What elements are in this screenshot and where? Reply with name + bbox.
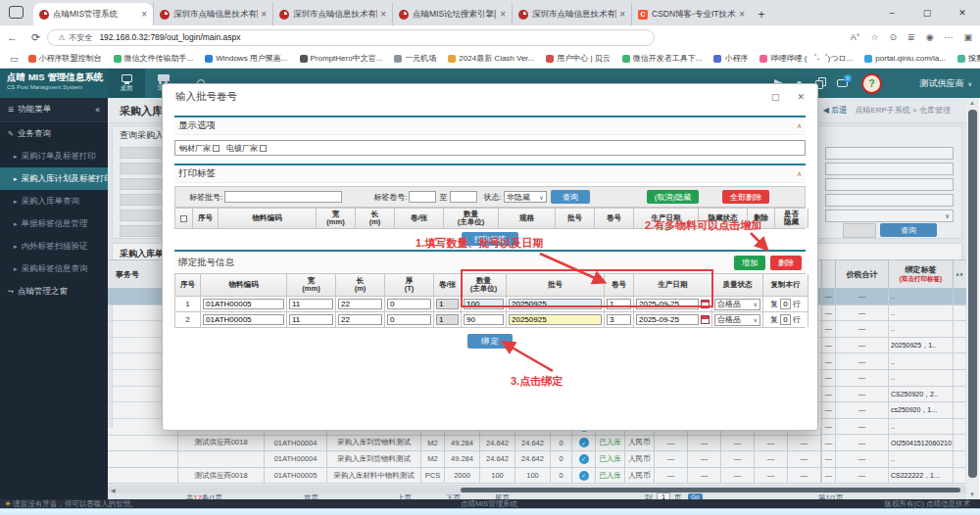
addressbar-icon[interactable]: ◉ <box>926 32 934 42</box>
refresh-icon[interactable]: ⟳ <box>31 31 40 44</box>
modal-titlebar[interactable]: 输入批号卷号 ▢ ✕ <box>163 84 817 110</box>
tab-close-icon[interactable]: × <box>380 9 386 20</box>
add-row-button[interactable]: 增加 <box>734 256 765 270</box>
collapse-icon[interactable]: ∧ <box>797 170 802 178</box>
sidebar-item[interactable]: ▸采购入库计划及标签打印 <box>0 167 108 190</box>
scroll-up-icon[interactable]: ▲ <box>969 100 975 106</box>
window-maximize-button[interactable]: ▢ <box>909 0 945 25</box>
sidebar-menu-header[interactable]: ☰ 功能菜单 « <box>0 98 108 122</box>
tab-close-icon[interactable]: × <box>261 9 267 20</box>
url-bar[interactable]: ⚠ 不安全 192.168.0.32:789/out_login/main.as… <box>47 29 655 46</box>
roll-input[interactable] <box>436 314 459 325</box>
bookmark-item[interactable]: 2024最新 Clash Ver... <box>448 53 534 64</box>
sidebar-item[interactable]: ↪点晴管理之窗 <box>0 280 108 303</box>
sidebar-collapse-icon[interactable]: « <box>95 105 100 115</box>
bookmarks-overflow-icon[interactable]: › <box>971 53 974 64</box>
steel-vendor-checkbox[interactable] <box>213 145 220 152</box>
length-input[interactable] <box>338 299 382 309</box>
browser-tab[interactable]: 深圳市点晴信息技术有限公司点晴× <box>153 3 272 25</box>
url-text[interactable]: 192.168.0.32:789/out_login/main.aspx <box>99 32 240 42</box>
browser-tab[interactable]: CCSDN博客-专业IT技术发表平台× <box>631 3 751 25</box>
label-roll-to-input[interactable] <box>450 191 477 203</box>
bookmark-item[interactable]: PromptHero中文官... <box>300 53 383 64</box>
tab-close-icon[interactable]: × <box>739 9 745 20</box>
quality-select[interactable]: 合格品∨ <box>714 299 760 310</box>
bookmarks-panel-icon[interactable]: ▭ <box>10 54 19 64</box>
sidebar-item[interactable]: ▸采购标签信息查询 <box>0 258 108 280</box>
collapse-icon[interactable]: ∧ <box>797 122 802 130</box>
plating-vendor-checkbox[interactable] <box>260 145 267 152</box>
window-minimize-button[interactable]: – <box>874 0 909 25</box>
addressbar-icon[interactable]: A° <box>851 32 860 42</box>
bookmark-item[interactable]: portal.qiniu.com/ia... <box>864 54 946 63</box>
qty-input[interactable] <box>464 299 504 309</box>
workspaces-icon[interactable] <box>9 6 24 19</box>
material-code-input[interactable] <box>203 299 284 309</box>
thickness-input[interactable] <box>387 314 431 325</box>
scroll-down-icon[interactable]: ▼ <box>969 492 975 497</box>
tab-close-icon[interactable]: × <box>619 9 625 20</box>
delete-all-button[interactable]: 全部删除 <box>722 190 769 204</box>
calendar-icon[interactable] <box>701 315 710 324</box>
quality-select[interactable]: 合格品∨ <box>714 314 760 326</box>
label-roll-from-input[interactable] <box>409 191 436 203</box>
modal-restore-icon[interactable]: ▢ <box>771 92 780 102</box>
bookmark-item[interactable]: 小程序联盟控制台 <box>28 53 102 64</box>
print-label-header[interactable]: 打印标签 ∧ <box>174 165 806 183</box>
unhide-button[interactable]: (取消)隐藏 <box>647 190 699 204</box>
length-input[interactable] <box>338 314 382 325</box>
bookmark-item[interactable]: 投票局-微信投票平... <box>957 53 980 64</box>
sidebar-item[interactable]: ▸采购订单及标签打印 <box>0 145 108 167</box>
qty-input[interactable] <box>464 314 504 325</box>
vertical-scrollbar[interactable]: ▲ ▼ <box>966 98 979 499</box>
chat-icon[interactable]: 0 <box>837 79 848 87</box>
date-input[interactable] <box>636 299 699 309</box>
bookmark-item[interactable]: Windows 用户聚惠... <box>205 53 287 64</box>
bookmark-item[interactable]: 微信开发者工具下... <box>622 53 703 64</box>
date-input[interactable] <box>636 314 699 325</box>
label-search-button[interactable]: 查询 <box>551 190 590 204</box>
bookmark-item[interactable]: 小程序 <box>713 53 748 64</box>
roll-input[interactable] <box>436 299 459 309</box>
label-batch-input[interactable] <box>224 191 342 203</box>
select-all-checkbox[interactable] <box>180 215 187 222</box>
user-menu[interactable]: 测试供应商 ∨ <box>920 69 972 98</box>
browser-tab[interactable]: 点晴MIS管理系统× <box>33 3 153 25</box>
width-input[interactable] <box>289 314 333 325</box>
browser-tab[interactable]: 深圳市点晴信息技术有限公司点晴× <box>272 3 392 25</box>
vertical-scroll-thumb[interactable] <box>968 110 977 478</box>
security-label[interactable]: 不安全 <box>69 32 92 43</box>
addressbar-icon[interactable]: ☆ <box>870 32 878 42</box>
bookmark-item[interactable]: 用户中心 | 贝云 <box>546 53 611 64</box>
bookmark-item[interactable]: 一元机场 <box>394 53 436 64</box>
thickness-input[interactable] <box>387 299 431 309</box>
display-options-header[interactable]: 显示选项 ∧ <box>174 117 806 135</box>
addressbar-icon[interactable]: ⊙ <box>890 32 898 42</box>
sidebar-item[interactable]: ▸内外标签扫描验证 <box>0 235 108 258</box>
sidebar-item[interactable]: ▸单据标签信息管理 <box>0 212 108 235</box>
modal-close-icon[interactable]: ✕ <box>797 92 805 102</box>
app-logo[interactable]: 点晴 MIS 管理信息系统 CS Post Managment System <box>0 69 108 98</box>
addressbar-icon[interactable]: ▣ <box>963 32 972 42</box>
status-select[interactable]: 非隐藏 ∨ <box>504 191 547 203</box>
browser-tab[interactable]: 点晴MIS论坛搜索引擎|点晴免费O× <box>392 3 512 25</box>
nav-desktop[interactable]: 桌面 <box>108 69 145 98</box>
batch-input[interactable] <box>509 314 602 325</box>
sidebar-item[interactable]: ▸采购入库单查询 <box>0 190 108 212</box>
batch-input[interactable] <box>509 299 602 309</box>
calendar-icon[interactable] <box>701 300 710 308</box>
copy-count-input[interactable] <box>780 314 791 325</box>
window-close-button[interactable]: ✕ <box>945 0 980 25</box>
tab-close-icon[interactable]: × <box>141 9 147 20</box>
bookmark-item[interactable]: 微信文件传输助手... <box>114 53 194 64</box>
back-icon[interactable]: ← <box>7 31 18 43</box>
bind-button[interactable]: 绑 定 <box>467 334 513 349</box>
addressbar-icon[interactable]: ⋯ <box>944 32 953 42</box>
addressbar-icon[interactable]: ≣ <box>907 32 915 42</box>
browser-tab[interactable]: 深圳市点晴信息技术有限公司点晴× <box>512 3 631 25</box>
rollno-input[interactable] <box>607 299 631 309</box>
copy-count-input[interactable] <box>780 299 791 309</box>
tab-close-icon[interactable]: × <box>500 9 506 20</box>
avatar[interactable]: ? <box>861 73 882 94</box>
width-input[interactable] <box>289 299 333 309</box>
